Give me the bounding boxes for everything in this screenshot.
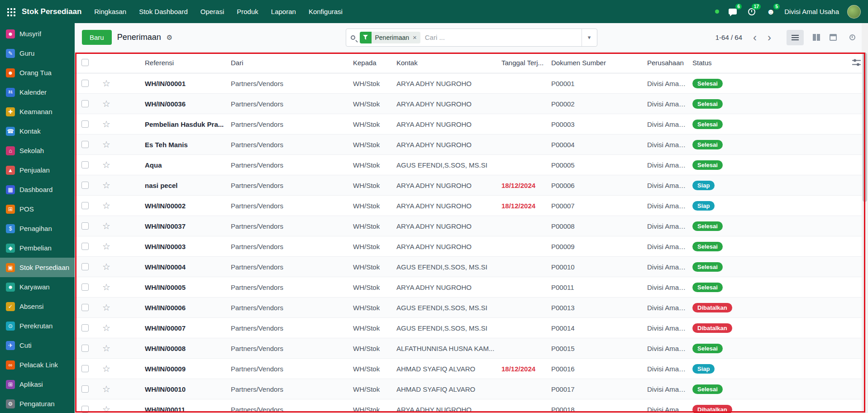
sidebar-item-cuti[interactable]: ✈Cuti [0, 336, 75, 355]
apps-grid-icon[interactable] [0, 3, 22, 21]
select-all-checkbox[interactable] [81, 59, 89, 66]
user-avatar[interactable] [847, 5, 861, 19]
row-checkbox[interactable] [81, 365, 89, 372]
favorite-star-icon[interactable]: ☆ [102, 283, 110, 292]
row-checkbox[interactable] [81, 222, 89, 230]
column-header-kepada[interactable]: Kepada [353, 59, 396, 67]
favorite-star-icon[interactable]: ☆ [102, 120, 110, 129]
nav-menu-item[interactable]: Konfigurasi [309, 8, 343, 15]
new-button[interactable]: Baru [82, 30, 112, 45]
sidebar-item-guru[interactable]: ✎Guru [0, 43, 75, 63]
favorite-star-icon[interactable]: ☆ [102, 201, 110, 210]
favorite-star-icon[interactable]: ☆ [102, 221, 110, 231]
row-checkbox[interactable] [81, 182, 89, 189]
table-row[interactable]: ☆ Es Teh Manis Partners/Vendors WH/Stok … [75, 134, 868, 155]
row-checkbox[interactable] [81, 202, 89, 209]
pager-prev-button[interactable]: ‹ [749, 32, 760, 43]
nav-menu-item[interactable]: Laporan [271, 8, 296, 15]
nav-menu-item[interactable]: Operasi [200, 8, 224, 15]
sidebar-item-dashboard[interactable]: ▦Dashboard [0, 180, 75, 199]
adjust-columns-icon[interactable] [852, 59, 861, 66]
scrollbar-thumb[interactable] [863, 53, 867, 202]
row-checkbox[interactable] [81, 283, 89, 291]
favorite-star-icon[interactable]: ☆ [102, 323, 110, 332]
sidebar-item-karyawan[interactable]: ☻Karyawan [0, 277, 75, 297]
row-checkbox[interactable] [81, 263, 89, 270]
row-checkbox[interactable] [81, 304, 89, 311]
column-header-referensi[interactable]: Referensi [145, 59, 231, 67]
table-row[interactable]: ☆ WH/IN/00010 Partners/Vendors WH/Stok A… [75, 379, 868, 399]
favorite-star-icon[interactable]: ☆ [102, 79, 110, 88]
sidebar-item-aplikasi[interactable]: ⊞Aplikasi [0, 375, 75, 394]
table-row[interactable]: ☆ WH/IN/00004 Partners/Vendors WH/Stok A… [75, 257, 868, 277]
user-menu[interactable]: Divisi Amal Usaha [784, 8, 839, 15]
sidebar-item-pembelian[interactable]: ◆Pembelian [0, 238, 75, 258]
row-checkbox[interactable] [81, 100, 89, 107]
favorite-star-icon[interactable]: ☆ [102, 303, 110, 312]
favorite-star-icon[interactable]: ☆ [102, 160, 110, 169]
table-row[interactable]: ☆ WH/IN/00005 Partners/Vendors WH/Stok A… [75, 277, 868, 298]
favorite-star-icon[interactable]: ☆ [102, 140, 110, 149]
nav-menu-item[interactable]: Ringkasan [94, 8, 126, 15]
facet-remove-icon[interactable]: × [413, 34, 420, 41]
column-header-tanggal[interactable]: Tanggal Terj... [501, 59, 551, 67]
sidebar-item-pos[interactable]: ⊞POS [0, 199, 75, 219]
nav-menu-item[interactable]: Stok Dashboard [139, 8, 188, 15]
kanban-view-button[interactable] [806, 30, 823, 45]
sidebar-item-stok-persediaan[interactable]: ▣Stok Persediaan [0, 258, 75, 277]
user-notifications-button[interactable]: ☻ 5 [765, 6, 776, 17]
sidebar-item-perekrutan[interactable]: ⊙Perekrutan [0, 316, 75, 336]
row-checkbox[interactable] [81, 243, 89, 250]
table-row[interactable]: ☆ WH/IN/00011 Partners/Vendors WH/Stok A… [75, 399, 868, 413]
table-row[interactable]: ☆ WH/IN/00009 Partners/Vendors WH/Stok A… [75, 359, 868, 379]
row-checkbox[interactable] [81, 161, 89, 168]
column-header-perusahaan[interactable]: Perusahaan [647, 59, 692, 67]
table-row[interactable]: ☆ WH/IN/00001 Partners/Vendors WH/Stok A… [75, 73, 868, 94]
column-header-dari[interactable]: Dari [231, 59, 353, 67]
pager-next-button[interactable]: › [764, 32, 775, 43]
favorite-star-icon[interactable]: ☆ [102, 242, 110, 251]
messages-button[interactable]: 6 [727, 6, 738, 17]
row-checkbox[interactable] [81, 385, 89, 393]
activities-button[interactable]: 17 [746, 6, 757, 17]
sidebar-item-pelacak-link[interactable]: ∞Pelacak Link [0, 355, 75, 375]
column-header-dokumen-sumber[interactable]: Dokumen Sumber [551, 59, 647, 67]
row-checkbox[interactable] [81, 406, 89, 413]
table-row[interactable]: ☆ WH/IN/00037 Partners/Vendors WH/Stok A… [75, 216, 868, 236]
sidebar-item-kalender[interactable]: 31Kalender [0, 82, 75, 102]
calendar-view-button[interactable] [825, 30, 842, 45]
table-row[interactable]: ☆ Aqua Partners/Vendors WH/Stok AGUS EFE… [75, 155, 868, 175]
favorite-star-icon[interactable]: ☆ [102, 181, 110, 190]
favorite-star-icon[interactable]: ☆ [102, 405, 110, 413]
table-row[interactable]: ☆ WH/IN/00036 Partners/Vendors WH/Stok A… [75, 94, 868, 114]
row-checkbox[interactable] [81, 141, 89, 148]
sidebar-item-pengaturan[interactable]: ⚙Pengaturan [0, 394, 75, 413]
list-view-button[interactable] [787, 30, 804, 45]
search-dropdown-caret-icon[interactable]: ▾ [582, 29, 597, 46]
table-row[interactable]: ☆ WH/IN/00007 Partners/Vendors WH/Stok A… [75, 318, 868, 338]
table-row[interactable]: ☆ WH/IN/00003 Partners/Vendors WH/Stok A… [75, 236, 868, 257]
row-checkbox[interactable] [81, 80, 89, 87]
sidebar-item-keamanan[interactable]: ✚Keamanan [0, 102, 75, 121]
sidebar-item-musyrif[interactable]: ☻Musyrif [0, 24, 75, 43]
table-row[interactable]: ☆ WH/IN/00008 Partners/Vendors WH/Stok A… [75, 338, 868, 359]
favorite-star-icon[interactable]: ☆ [102, 384, 110, 394]
column-header-kontak[interactable]: Kontak [396, 59, 501, 67]
favorite-star-icon[interactable]: ☆ [102, 344, 110, 353]
sidebar-item-absensi[interactable]: ✓Absensi [0, 297, 75, 316]
table-row[interactable]: ☆ WH/IN/00006 Partners/Vendors WH/Stok A… [75, 298, 868, 318]
activity-view-button[interactable] [844, 30, 861, 45]
gear-icon[interactable]: ⚙ [167, 34, 172, 42]
table-row[interactable]: ☆ WH/IN/00002 Partners/Vendors WH/Stok A… [75, 196, 868, 216]
sidebar-item-penjualan[interactable]: ▲Penjualan [0, 160, 75, 180]
column-header-status[interactable]: Status [692, 59, 868, 67]
sidebar-item-kontak[interactable]: ☎Kontak [0, 121, 75, 141]
sidebar-item-orang-tua[interactable]: ☻Orang Tua [0, 63, 75, 82]
table-row[interactable]: ☆ Pembelian Hasduk Pra... Partners/Vendo… [75, 114, 868, 134]
sidebar-item-penagihan[interactable]: $Penagihan [0, 219, 75, 238]
sidebar-item-sekolah[interactable]: ⌂Sekolah [0, 141, 75, 160]
search-input[interactable] [425, 34, 582, 41]
breadcrumb[interactable]: Penerimaan [117, 33, 161, 42]
favorite-star-icon[interactable]: ☆ [102, 99, 110, 108]
table-row[interactable]: ☆ nasi pecel Partners/Vendors WH/Stok AR… [75, 175, 868, 196]
